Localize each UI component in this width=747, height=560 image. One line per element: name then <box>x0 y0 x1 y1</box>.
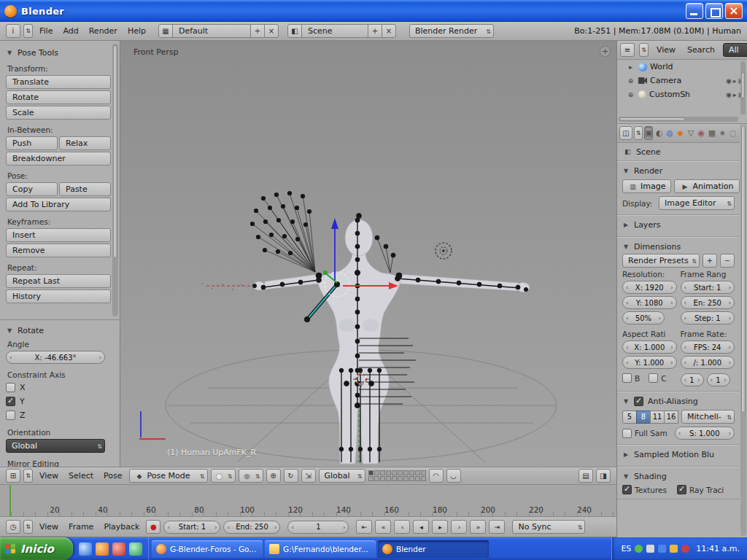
breakdowner-button[interactable]: Breakdowner <box>6 152 111 166</box>
copy-pose-button[interactable]: Copy <box>6 182 58 196</box>
layers-widget[interactable] <box>368 470 426 481</box>
timeline-ruler[interactable]: 20 40 60 80 100 120 140 160 180 200 220 … <box>0 485 616 517</box>
add-preset-button[interactable]: + <box>703 254 717 268</box>
3d-viewport[interactable]: Front Persp (1) Human UpAmFK_R + <box>120 41 616 467</box>
tab-object[interactable]: ◆ <box>676 126 684 140</box>
crop-checkbox[interactable] <box>649 373 658 383</box>
editor-type-info-icon[interactable]: i <box>6 24 20 38</box>
breadcrumb-scene[interactable]: Scene <box>636 147 661 157</box>
next-keyframe-button[interactable]: » <box>470 520 486 534</box>
delete-scene-button[interactable]: × <box>382 24 396 38</box>
render-engine-dropdown[interactable]: Blender Render <box>409 24 494 38</box>
motion-blur-panel-header[interactable]: ▶ Sampled Motion Blu <box>622 447 735 462</box>
full-sample-checkbox[interactable] <box>622 429 632 438</box>
tab-world[interactable]: ◍ <box>665 126 674 140</box>
start-button[interactable]: Inicio <box>0 537 73 560</box>
expander-icon[interactable]: ⊕ <box>626 76 635 85</box>
rotate-button[interactable]: Rotate <box>6 90 111 104</box>
expander-icon[interactable]: ▸ <box>626 62 635 71</box>
header-updown-icon[interactable]: ⇅ <box>23 469 33 483</box>
task-browser[interactable]: G-Blender-Foros - Go... <box>152 540 263 558</box>
manipulator-rotate-icon[interactable]: ↻ <box>284 469 298 483</box>
outliner-scope-dropdown[interactable]: All <box>723 43 747 57</box>
outliner-item-world[interactable]: ▸ World <box>617 60 747 74</box>
prev-frame-button[interactable]: ‹ <box>394 520 410 534</box>
lock-icon[interactable]: ◠ <box>429 469 444 483</box>
outliner-hscrollbar[interactable] <box>619 117 738 122</box>
clock[interactable]: 11:41 a.m. <box>696 544 740 553</box>
tab-physics[interactable]: ◌ <box>729 126 738 140</box>
dimensions-panel-header[interactable]: ▼ Dimensions <box>622 239 735 254</box>
relax-button[interactable]: Relax <box>59 136 111 150</box>
filter-size-field[interactable]: S: 1.000 <box>675 427 735 440</box>
hide-eye-icon[interactable]: ◉ <box>726 77 732 85</box>
browse-scenes-icon[interactable]: ◧ <box>287 24 302 38</box>
network-tray-icon[interactable] <box>658 545 666 553</box>
region-plus-icon[interactable]: + <box>600 46 611 57</box>
minimize-button[interactable] <box>686 3 703 19</box>
menu-add[interactable]: Add <box>59 26 82 36</box>
shading-panel-header[interactable]: ▼ Shading <box>622 469 735 483</box>
display-dropdown[interactable]: Image Editor <box>659 196 735 210</box>
viewport-shading-dropdown[interactable]: ● <box>211 469 236 483</box>
raytracing-checkbox[interactable] <box>677 485 686 494</box>
frame-start-field[interactable]: Start: 1 <box>163 521 220 534</box>
antivirus-tray-icon[interactable] <box>635 545 643 553</box>
pivot-dropdown[interactable]: ◎ <box>239 469 263 483</box>
add-scene-button[interactable]: + <box>368 24 382 38</box>
aa-samples-16[interactable]: 16 <box>664 411 678 424</box>
menu-help[interactable]: Help <box>124 26 150 36</box>
editor-type-outliner-icon[interactable]: ≡ <box>620 43 635 57</box>
play-reverse-button[interactable]: ◂ <box>413 520 429 534</box>
aa-samples-5[interactable]: 5 <box>622 411 637 424</box>
frame-end-field[interactable]: En: 250 <box>681 296 735 309</box>
task-explorer[interactable]: G:\Fernando\blender... <box>265 540 376 558</box>
aa-filter-dropdown[interactable]: Mitchell- <box>681 410 735 424</box>
quick-launch-media-icon[interactable] <box>112 542 125 556</box>
sync-dropdown[interactable]: No Sync <box>512 520 585 534</box>
resolution-x-field[interactable]: X: 1920 <box>622 281 677 294</box>
play-button[interactable]: ▸ <box>432 520 448 534</box>
messenger-tray-icon[interactable] <box>681 545 689 553</box>
header-updown-icon[interactable]: ⇅ <box>23 520 33 534</box>
delete-screen-button[interactable]: × <box>264 24 279 38</box>
frame-end-field[interactable]: End: 250 <box>223 521 280 534</box>
insert-keyframe-button[interactable]: Insert <box>6 228 111 242</box>
outliner-item-customshapes[interactable]: ⊕ CustomSh ◉ ▸ ▣ <box>617 88 747 101</box>
editor-type-3dview-icon[interactable]: ⊞ <box>6 469 20 483</box>
anti-aliasing-panel-header[interactable]: ▼ Anti-Aliasing <box>622 394 735 408</box>
frame-start-field[interactable]: Start: 1 <box>681 281 735 294</box>
pose-tools-panel-header[interactable]: ▼ Pose Tools <box>6 45 111 60</box>
selectable-icon[interactable]: ▸ <box>733 77 737 85</box>
expander-icon[interactable]: ⊕ <box>626 90 635 99</box>
selectable-icon[interactable]: ▸ <box>733 91 737 98</box>
manipulator-translate-icon[interactable]: ⊕ <box>266 469 281 483</box>
resolution-y-field[interactable]: Y: 1080 <box>622 296 677 309</box>
render-image-button[interactable]: ▥ Image <box>622 179 671 193</box>
aspect-x-field[interactable]: X: 1.000 <box>622 341 677 354</box>
constraint-axis-y[interactable]: Y <box>6 394 111 408</box>
snap-magnet-icon[interactable]: ◡ <box>446 469 461 483</box>
add-screen-button[interactable]: + <box>250 24 265 38</box>
task-blender[interactable]: Blender <box>378 540 489 558</box>
render-panel-header[interactable]: ▼ Render <box>622 163 735 178</box>
constraint-axis-z[interactable]: Z <box>6 408 111 422</box>
properties-scrollbar[interactable] <box>740 125 746 536</box>
checkbox-y[interactable] <box>6 397 15 406</box>
fps-base-field[interactable]: /: 1.000 <box>681 356 735 369</box>
render-opengl-anim-icon[interactable]: ◨ <box>596 469 611 483</box>
scene-name[interactable]: Scene <box>301 24 368 38</box>
checkbox-z[interactable] <box>6 411 15 420</box>
frame-step-field[interactable]: Step: 1 <box>681 311 735 324</box>
jump-to-end-button[interactable]: ⇥ <box>489 520 505 534</box>
close-button[interactable] <box>725 3 743 19</box>
add-to-library-button[interactable]: Add To Library <box>6 198 111 211</box>
tab-render[interactable]: ▣ <box>644 126 653 140</box>
repeat-last-button[interactable]: Repeat Last <box>6 274 111 288</box>
render-animation-button[interactable]: ▶ Animation <box>674 179 739 193</box>
quick-launch-browser-icon[interactable] <box>79 542 92 556</box>
menu-select[interactable]: Select <box>65 471 97 481</box>
jump-to-start-button[interactable]: ⇤ <box>356 520 372 534</box>
editor-type-properties-icon[interactable]: ◫ <box>619 126 632 140</box>
quick-launch-firefox-icon[interactable] <box>96 542 109 556</box>
